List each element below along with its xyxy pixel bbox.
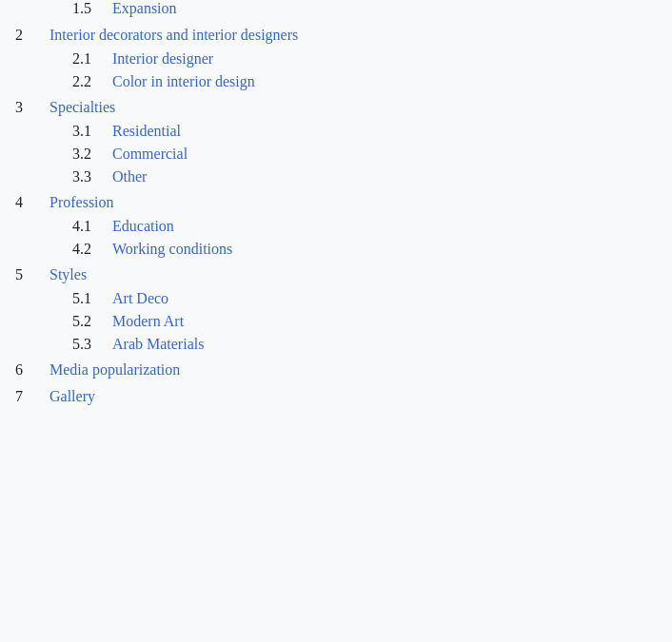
toc-link-2-1[interactable]: Interior designer	[112, 50, 213, 68]
toc-top-row-6: 6 Media popularization	[15, 358, 657, 382]
toc-link-2-2[interactable]: Color in interior design	[112, 73, 255, 90]
toc-number-4: 4	[15, 194, 49, 211]
toc-link-4-2[interactable]: Working conditions	[112, 241, 232, 258]
toc-number-5-2: 5.2	[72, 313, 112, 330]
toc-link-4-1[interactable]: Education	[112, 218, 174, 235]
toc-sub-row-5-2: 5.2 Modern Art	[15, 310, 657, 333]
toc-number-5-1: 5.1	[72, 290, 112, 307]
toc-link-expansion[interactable]: Expansion	[112, 0, 177, 17]
toc-sub-row-5-3: 5.3 Arab Materials	[15, 333, 657, 356]
toc-number-4-2: 4.2	[72, 241, 112, 258]
toc-section-5: 5 Styles 5.1 Art Deco 5.2 Modern Art 5.3…	[15, 263, 657, 356]
toc-sub-row-3-3: 3.3 Other	[15, 165, 657, 188]
toc-sub-row-3-2: 3.2 Commercial	[15, 143, 657, 165]
toc-sub-row-2-2: 2.2 Color in interior design	[15, 70, 657, 93]
toc-link-5-2[interactable]: Modern Art	[112, 313, 184, 330]
toc-number-7: 7	[15, 388, 49, 405]
toc-sub-row-4-1: 4.1 Education	[15, 215, 657, 238]
toc-number-3: 3	[15, 99, 49, 116]
toc-sub-row-3-1: 3.1 Residential	[15, 120, 657, 143]
toc-container: 1.5 Expansion 2 Interior decorators and …	[0, 0, 672, 642]
toc-link-5-3[interactable]: Arab Materials	[112, 336, 204, 353]
toc-link-7[interactable]: Gallery	[49, 388, 95, 405]
toc-sub-row-4-2: 4.2 Working conditions	[15, 238, 657, 261]
toc-top-row-7: 7 Gallery	[15, 384, 657, 409]
toc-link-3-3[interactable]: Other	[112, 168, 147, 185]
toc-number-5-3: 5.3	[72, 336, 112, 353]
toc-link-3[interactable]: Specialties	[49, 99, 115, 116]
toc-number-2-2: 2.2	[72, 73, 112, 90]
toc-partial-row: 1.5 Expansion	[15, 0, 657, 21]
toc-number-1-5: 1.5	[72, 0, 112, 17]
toc-section-3: 3 Specialties 3.1 Residential 3.2 Commer…	[15, 95, 657, 188]
toc-top-row-3: 3 Specialties	[15, 95, 657, 120]
toc-top-row-5: 5 Styles	[15, 263, 657, 287]
toc-section-2: 2 Interior decorators and interior desig…	[15, 23, 657, 93]
toc-link-5[interactable]: Styles	[49, 266, 87, 283]
toc-section-7: 7 Gallery	[15, 384, 657, 409]
toc-link-4[interactable]: Profession	[49, 194, 114, 211]
toc-top-row-2: 2 Interior decorators and interior desig…	[15, 23, 657, 48]
toc-number-4-1: 4.1	[72, 218, 112, 235]
toc-link-3-1[interactable]: Residential	[112, 123, 181, 140]
toc-link-6[interactable]: Media popularization	[49, 361, 180, 379]
toc-top-row-4: 4 Profession	[15, 190, 657, 215]
toc-sub-row-2-1: 2.1 Interior designer	[15, 48, 657, 70]
toc-section-4: 4 Profession 4.1 Education 4.2 Working c…	[15, 190, 657, 261]
toc-number-5: 5	[15, 266, 49, 283]
toc-number-6: 6	[15, 361, 49, 379]
toc-link-2[interactable]: Interior decorators and interior designe…	[49, 27, 298, 44]
toc-number-3-3: 3.3	[72, 168, 112, 185]
toc-link-3-2[interactable]: Commercial	[112, 146, 188, 163]
toc-link-5-1[interactable]: Art Deco	[112, 290, 168, 307]
toc-number-3-2: 3.2	[72, 146, 112, 163]
toc-section-6: 6 Media popularization	[15, 358, 657, 382]
toc-number-3-1: 3.1	[72, 123, 112, 140]
toc-number-2-1: 2.1	[72, 50, 112, 68]
toc-number-2: 2	[15, 27, 49, 44]
toc-sub-row-5-1: 5.1 Art Deco	[15, 287, 657, 310]
